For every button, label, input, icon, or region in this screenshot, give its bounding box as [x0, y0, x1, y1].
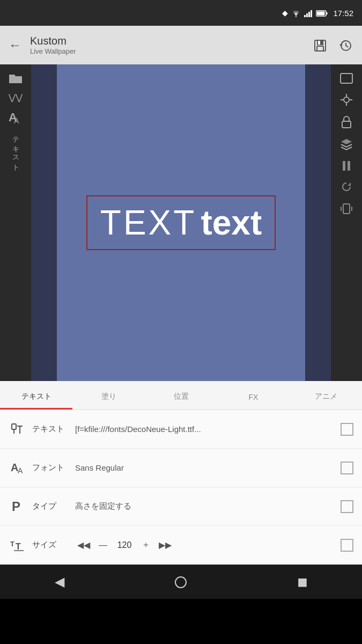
prop-row-size[interactable]: T T サイズ ◀◀ — 120 ＋ ▶▶ — [0, 526, 362, 565]
svg-rect-11 — [318, 41, 320, 45]
canvas-right-overlay — [305, 64, 331, 381]
tab-fx[interactable]: FX — [217, 385, 290, 409]
notification-icon: ◆ — [282, 9, 288, 17]
prop-row-font[interactable]: A A フォント Sans Regular — [0, 449, 362, 487]
size-checkbox[interactable] — [341, 539, 353, 552]
back-button[interactable]: ← — [9, 38, 21, 53]
svg-rect-6 — [317, 12, 325, 16]
prop-row-type[interactable]: P タイプ 高さを固定する — [0, 487, 362, 526]
svg-text:T: T — [16, 542, 21, 551]
nav-bar: ◀ ◼ — [0, 565, 362, 599]
font-value: Sans Regular — [75, 463, 334, 472]
save-button[interactable] — [313, 37, 328, 53]
screen-icon[interactable] — [339, 71, 353, 85]
right-toolbar — [331, 64, 362, 381]
svg-text:P: P — [12, 499, 20, 514]
text-element[interactable]: TEXT text — [86, 195, 276, 250]
svg-point-37 — [175, 577, 186, 588]
title-group: Kustom Live Wallpaper — [30, 35, 304, 55]
size-decrease[interactable]: — — [97, 538, 109, 552]
paragraph-icon: P — [9, 499, 26, 514]
svg-rect-2 — [306, 13, 308, 17]
svg-text:T: T — [10, 540, 14, 548]
left-toolbar: ⋁⋁ A A テキスト — [0, 64, 31, 381]
text-checkbox[interactable] — [341, 423, 353, 436]
font-label: フォント — [32, 463, 69, 473]
svg-rect-22 — [343, 161, 345, 171]
font-checkbox[interactable] — [341, 462, 353, 474]
svg-text:A: A — [18, 466, 23, 475]
size-fast-increase[interactable]: ▶▶ — [157, 538, 174, 552]
title-bar: ← Kustom Live Wallpaper — [0, 26, 362, 64]
vertical-label: テキスト — [11, 132, 20, 169]
size-icon: T T — [9, 538, 26, 553]
svg-rect-1 — [304, 15, 306, 17]
size-increase[interactable]: ＋ — [139, 537, 152, 553]
svg-rect-3 — [308, 12, 310, 17]
rotate-icon[interactable] — [340, 180, 353, 194]
signal-icon — [304, 9, 313, 17]
text-value: [f=kfile:///fonts/DecoNeue-Light.ttf... — [75, 425, 334, 434]
title-actions — [313, 37, 353, 53]
canvas-preview[interactable]: TEXT text — [31, 64, 331, 381]
text-preview-lowercase: text — [201, 203, 262, 243]
svg-rect-27 — [12, 424, 16, 429]
tabs-bar: テキスト 塗り 位置 FX アニメ — [0, 381, 362, 410]
focus-icon[interactable] — [339, 92, 353, 107]
lock-icon[interactable] — [341, 114, 352, 129]
font-icon: A A — [9, 460, 26, 475]
size-value: 120 — [114, 540, 135, 550]
tab-animate[interactable]: アニメ — [290, 384, 362, 409]
text-icon — [9, 422, 26, 437]
folder-icon[interactable] — [8, 71, 23, 85]
status-bar: ◆ 17:52 — [0, 0, 362, 26]
text-label: テキスト — [32, 424, 69, 434]
type-checkbox[interactable] — [341, 500, 353, 513]
svg-rect-10 — [317, 46, 323, 51]
status-icons: ◆ 17:52 — [282, 8, 353, 18]
size-fast-decrease[interactable]: ◀◀ — [75, 538, 92, 552]
svg-point-0 — [295, 16, 297, 17]
size-label: サイズ — [32, 540, 69, 550]
svg-rect-21 — [342, 121, 351, 128]
prop-row-text[interactable]: テキスト [f=kfile:///fonts/DecoNeue-Light.tt… — [0, 410, 362, 449]
time-display: 17:52 — [333, 9, 353, 18]
canvas-left-overlay — [31, 64, 57, 381]
chevron-down-icon[interactable]: ⋁⋁ — [9, 92, 23, 103]
svg-rect-7 — [327, 12, 328, 14]
battery-icon — [316, 9, 328, 17]
size-controls: ◀◀ — 120 ＋ ▶▶ — [75, 537, 334, 553]
svg-rect-23 — [348, 161, 350, 171]
nav-home-button[interactable] — [173, 574, 188, 590]
vibrate-icon[interactable] — [341, 201, 352, 216]
text-preview-uppercase: TEXT — [100, 203, 197, 243]
svg-rect-15 — [341, 74, 352, 83]
layers-icon[interactable] — [340, 136, 353, 150]
history-button[interactable] — [338, 37, 353, 53]
app-subtitle: Live Wallpaper — [30, 47, 304, 55]
tab-position[interactable]: 位置 — [145, 384, 217, 409]
svg-text:A: A — [14, 116, 19, 125]
svg-rect-4 — [311, 10, 312, 17]
nav-back-button[interactable]: ◀ — [55, 574, 64, 589]
wifi-icon — [291, 8, 301, 18]
pause-icon[interactable] — [342, 158, 351, 172]
properties-list: テキスト [f=kfile:///fonts/DecoNeue-Light.tt… — [0, 410, 362, 565]
type-label: タイプ — [32, 501, 69, 511]
nav-recent-button[interactable]: ◼ — [297, 574, 308, 589]
svg-point-16 — [344, 97, 349, 103]
type-value: 高さを固定する — [75, 501, 334, 511]
svg-rect-24 — [343, 204, 350, 214]
tab-paint[interactable]: 塗り — [72, 384, 145, 409]
canvas-area: ⋁⋁ A A テキスト TEXT text — [0, 64, 362, 381]
app-title: Kustom — [30, 35, 304, 47]
text-add-icon[interactable]: A A — [9, 110, 23, 125]
tab-text[interactable]: テキスト — [0, 384, 72, 409]
